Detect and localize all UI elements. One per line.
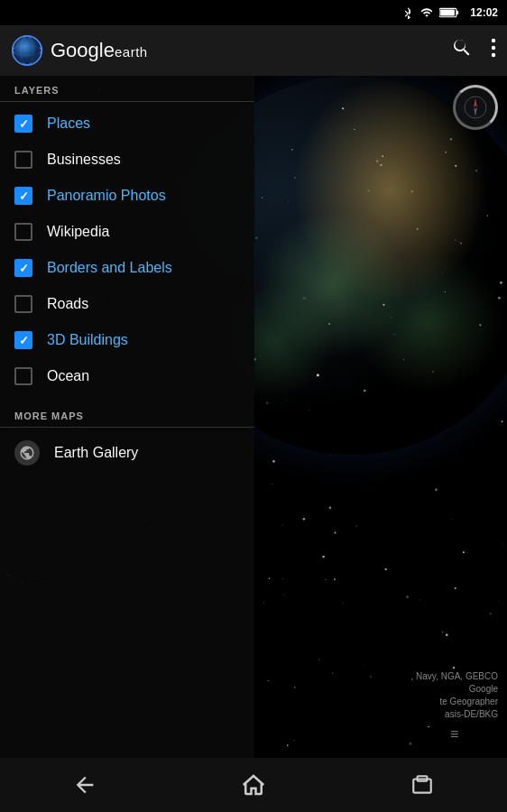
checkbox-places[interactable]: ✓ [14, 115, 32, 133]
label-panoramio: Panoramio Photos [47, 188, 166, 204]
label-places: Places [47, 115, 90, 132]
logo-google-text: Google [51, 39, 115, 62]
label-earth-gallery: Earth Gallery [54, 445, 138, 461]
checkbox-businesses[interactable] [14, 151, 32, 169]
checkbox-panoramio[interactable]: ✓ [14, 187, 32, 205]
sidebar: LAYERS ✓ Places Businesses ✓ Panoramio P… [0, 76, 254, 758]
search-button[interactable] [451, 37, 473, 64]
layer-panoramio[interactable]: ✓ Panoramio Photos [0, 178, 254, 214]
bluetooth-icon [401, 6, 414, 19]
copyright-area: , Navy, NGA, GEBCO Google te Geographer … [411, 670, 499, 744]
logo-earth-text: earth [115, 44, 148, 60]
layer-ocean[interactable]: Ocean [0, 358, 254, 394]
logo-text: Google earth [51, 39, 148, 62]
more-maps-divider [0, 427, 254, 428]
checkmark-panoramio: ✓ [19, 190, 29, 202]
svg-point-6 [14, 38, 41, 64]
checkbox-roads[interactable] [14, 295, 32, 313]
checkbox-ocean[interactable] [14, 367, 32, 385]
label-buildings: 3D Buildings [47, 332, 128, 348]
wifi-icon [419, 6, 434, 19]
label-businesses: Businesses [47, 152, 121, 168]
svg-point-7 [492, 39, 495, 42]
status-time: 12:02 [470, 6, 498, 19]
copyright-line-4: asis-DE/BKG [411, 708, 499, 721]
label-ocean: Ocean [47, 368, 89, 384]
menu-lines-icon: ≡ [411, 724, 499, 744]
copyright-line-3: te Geographer [411, 696, 499, 708]
home-icon [240, 771, 267, 798]
earth-gallery-icon [14, 440, 40, 466]
checkmark-buildings: ✓ [19, 335, 29, 346]
label-wikipedia: Wikipedia [47, 224, 109, 240]
top-actions [451, 37, 496, 64]
svg-point-8 [492, 46, 495, 50]
battery-icon [439, 7, 459, 18]
svg-rect-2 [456, 11, 458, 14]
nav-home-button[interactable] [226, 767, 281, 803]
layers-divider [0, 101, 254, 102]
copyright-line-1: , Navy, NGA, GEBCO [411, 670, 499, 683]
label-roads: Roads [47, 296, 88, 312]
nav-back-button[interactable] [58, 767, 112, 803]
more-button[interactable] [491, 37, 496, 64]
more-icon [491, 37, 496, 59]
status-bar: 12:02 [0, 0, 507, 25]
layer-wikipedia[interactable]: Wikipedia [0, 214, 254, 250]
bottom-nav [0, 758, 507, 812]
compass-ring [453, 85, 498, 130]
compass[interactable] [453, 85, 498, 130]
layer-buildings[interactable]: ✓ 3D Buildings [0, 322, 254, 358]
logo-area: Google earth [11, 34, 451, 67]
label-borders: Borders and Labels [47, 260, 172, 276]
top-bar: Google earth [0, 25, 507, 76]
recents-icon [410, 773, 434, 797]
checkbox-buildings[interactable]: ✓ [14, 331, 32, 349]
layer-places[interactable]: ✓ Places [0, 106, 254, 142]
search-icon [451, 37, 473, 59]
layer-borders[interactable]: ✓ Borders and Labels [0, 250, 254, 286]
app-logo [11, 34, 43, 67]
layer-roads[interactable]: Roads [0, 286, 254, 322]
layer-businesses[interactable]: Businesses [0, 142, 254, 178]
checkbox-wikipedia[interactable] [14, 223, 32, 241]
status-icons: 12:02 [401, 6, 498, 19]
svg-rect-1 [440, 9, 455, 15]
globe-icon [19, 445, 35, 461]
back-arrow-icon [72, 772, 97, 798]
layers-header: LAYERS [0, 76, 254, 101]
layer-earth-gallery[interactable]: Earth Gallery [0, 431, 254, 475]
compass-inner [463, 95, 488, 120]
more-maps-header: MORE MAPS [0, 401, 254, 427]
copyright-line-2: Google [411, 683, 499, 696]
checkmark-places: ✓ [19, 118, 29, 130]
checkmark-borders: ✓ [19, 263, 29, 274]
nav-recents-button[interactable] [395, 767, 449, 803]
checkbox-borders[interactable]: ✓ [14, 259, 32, 277]
svg-point-9 [492, 53, 495, 57]
earth-container [217, 76, 507, 545]
